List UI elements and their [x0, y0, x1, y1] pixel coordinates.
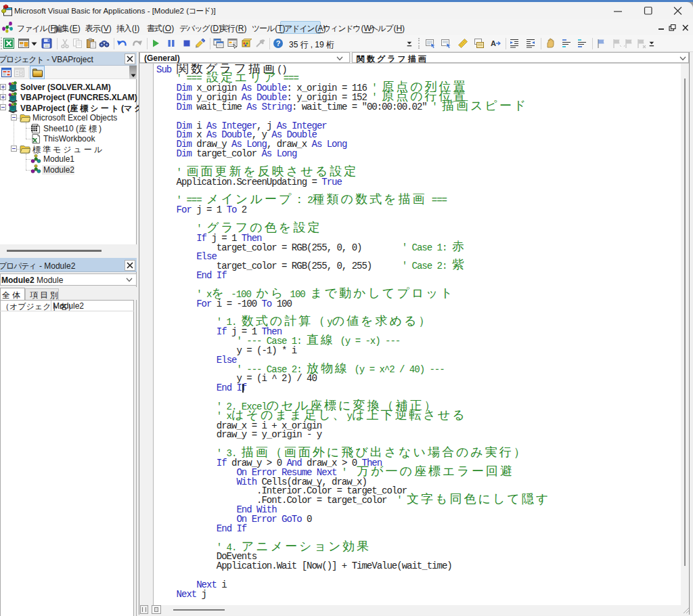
- svg-text:?: ?: [276, 39, 281, 47]
- svg-text:A: A: [491, 39, 496, 47]
